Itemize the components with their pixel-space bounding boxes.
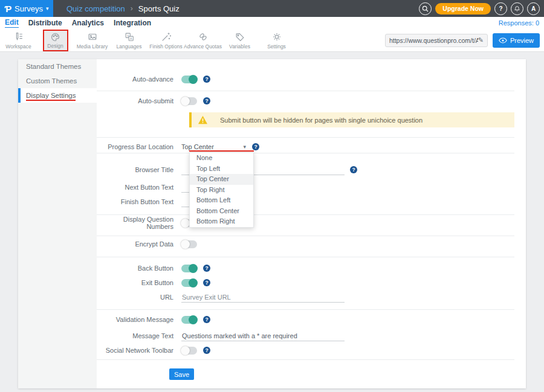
divider: [97, 309, 514, 310]
tab-edit[interactable]: Edit: [5, 18, 19, 28]
menu-option-top-right[interactable]: Top Right: [190, 185, 253, 196]
upgrade-now-button[interactable]: Upgrade Now: [435, 3, 491, 14]
avatar[interactable]: A: [527, 2, 540, 15]
browser-title-row: Browser Title s ?: [97, 162, 526, 178]
browser-title-help-icon[interactable]: ?: [350, 166, 357, 173]
design-settings-card: Standard Themes Custom Themes Display Se…: [18, 59, 526, 388]
menu-option-none[interactable]: None: [190, 153, 253, 164]
magic-wand-icon: [161, 31, 172, 42]
survey-url-input[interactable]: [389, 37, 478, 44]
display-question-numbers-row: Display Question Numbers: [97, 215, 526, 231]
toolbar-finish-options[interactable]: Finish Options: [147, 29, 184, 52]
notifications-button[interactable]: [511, 2, 523, 15]
display-settings-panel: Auto-advance ? Auto-submit ? Submit butt…: [97, 59, 526, 388]
breadcrumb-folder[interactable]: Quiz competition: [66, 4, 125, 13]
tag-icon: [235, 31, 245, 42]
toolbar-settings[interactable]: Settings: [258, 29, 295, 52]
message-text-row: Message Text: [97, 328, 526, 344]
preview-button[interactable]: Preview: [493, 33, 540, 48]
validation-message-toggle[interactable]: [181, 316, 197, 324]
divider: [97, 153, 514, 153]
progress-bar-help-icon[interactable]: ?: [252, 143, 259, 150]
toolbar-design[interactable]: Design: [37, 29, 74, 52]
encrypt-data-toggle[interactable]: [181, 240, 197, 248]
divider: [97, 137, 514, 138]
menu-option-bottom-center[interactable]: Bottom Center: [190, 206, 253, 217]
finish-button-text-label: Finish Button Text: [97, 198, 181, 205]
validation-message-help-icon[interactable]: ?: [203, 316, 210, 323]
sidebar-item-standard-themes[interactable]: Standard Themes: [18, 59, 97, 74]
questionpro-logo-icon: Ƥ: [4, 4, 11, 14]
auto-advance-help-icon[interactable]: ?: [203, 76, 210, 83]
save-button[interactable]: Save: [169, 368, 194, 380]
toolbar-media-library[interactable]: Media Library: [74, 29, 111, 52]
gear-icon: [271, 31, 282, 42]
back-button-toggle[interactable]: [181, 265, 197, 272]
edit-url-icon[interactable]: ✎: [478, 36, 484, 44]
top-actions: Upgrade Now ? A: [419, 2, 544, 15]
menu-option-top-center[interactable]: Top Center: [190, 174, 253, 185]
next-button-text-label: Next Button Text: [97, 184, 181, 191]
next-button-text-row: Next Button Text: [97, 179, 526, 195]
exit-button-row: Exit Button ?: [97, 275, 526, 291]
submit-hidden-warning: Submit button will be hidden for pages w…: [189, 112, 514, 127]
sidebar-item-custom-themes[interactable]: Custom Themes: [18, 74, 97, 88]
design-active-annotation: Design: [43, 30, 68, 51]
social-network-toolbar-toggle[interactable]: [181, 347, 197, 355]
browser-title-label: Browser Title: [97, 166, 181, 173]
back-button-help-icon[interactable]: ?: [203, 265, 210, 272]
exit-button-toggle[interactable]: [181, 279, 197, 287]
warning-triangle-icon: [198, 115, 208, 124]
auto-advance-row: Auto-advance ?: [97, 71, 526, 87]
auto-submit-toggle[interactable]: [181, 97, 197, 105]
breadcrumb-survey-name: Sports Quiz: [138, 4, 180, 13]
tab-analytics[interactable]: Analytics: [72, 19, 104, 27]
social-network-toolbar-help-icon[interactable]: ?: [203, 347, 210, 354]
survey-url-box: ✎: [385, 34, 488, 47]
chevron-down-icon: ▾: [243, 144, 246, 150]
toolbar-advance-quotas[interactable]: Advance Quotas: [184, 29, 221, 52]
auto-submit-help-icon[interactable]: ?: [203, 97, 210, 104]
progress-bar-location-label: Progress Bar Location: [97, 143, 181, 150]
validation-message-label: Validation Message: [97, 316, 181, 323]
progress-select-annotation: [189, 150, 254, 152]
chevron-down-icon: ▾: [46, 5, 49, 11]
translate-icon: x̄A: [124, 31, 135, 42]
search-icon: [421, 5, 429, 13]
questionpro-app: Ƥ Surveys ▾ Quiz competition › Sports Qu…: [0, 0, 544, 392]
breadcrumb-separator-icon: ›: [131, 4, 133, 13]
social-network-toolbar-row: Social Network Toolbar ?: [97, 342, 526, 358]
message-text-input[interactable]: [181, 331, 345, 341]
surveys-menu[interactable]: Ƥ Surveys ▾: [0, 0, 53, 17]
divider: [97, 359, 514, 360]
toolbar-variables[interactable]: Variables: [221, 29, 258, 52]
sidebar-item-display-settings[interactable]: Display Settings: [18, 88, 97, 103]
tab-integration[interactable]: Integration: [114, 19, 151, 27]
encrypt-data-label: Encrypt Data: [97, 240, 181, 248]
validation-message-row: Validation Message ?: [97, 312, 526, 327]
menu-option-bottom-left[interactable]: Bottom Left: [190, 195, 253, 206]
auto-advance-label: Auto-advance: [97, 76, 181, 83]
auto-advance-toggle[interactable]: [181, 76, 197, 83]
social-network-toolbar-label: Social Network Toolbar: [97, 347, 181, 354]
divider: [97, 91, 514, 91]
breadcrumb: Quiz competition › Sports Quiz: [66, 4, 180, 13]
encrypt-data-row: Encrypt Data: [97, 236, 526, 252]
help-button[interactable]: ?: [494, 2, 507, 15]
auto-submit-label: Auto-submit: [97, 97, 181, 104]
exit-url-label: URL: [97, 294, 181, 301]
exit-button-help-icon[interactable]: ?: [203, 279, 210, 286]
progress-bar-location-menu: None Top Left Top Center Top Right Botto…: [189, 152, 254, 228]
tab-distribute[interactable]: Distribute: [28, 19, 62, 27]
responses-count[interactable]: Responses: 0: [499, 19, 544, 27]
top-bar: Ƥ Surveys ▾ Quiz competition › Sports Qu…: [0, 0, 544, 17]
chain-links-icon: [198, 31, 209, 42]
menu-option-bottom-right[interactable]: Bottom Right: [190, 216, 253, 227]
bell-icon: [513, 5, 521, 13]
toolbar-languages[interactable]: x̄A Languages: [111, 29, 147, 52]
search-button[interactable]: [419, 2, 432, 15]
progress-bar-location-select[interactable]: Top Center ▾: [181, 143, 246, 150]
menu-option-top-left[interactable]: Top Left: [190, 164, 253, 175]
toolbar-workspace[interactable]: Workspace: [0, 29, 37, 52]
exit-url-input[interactable]: [181, 292, 345, 303]
